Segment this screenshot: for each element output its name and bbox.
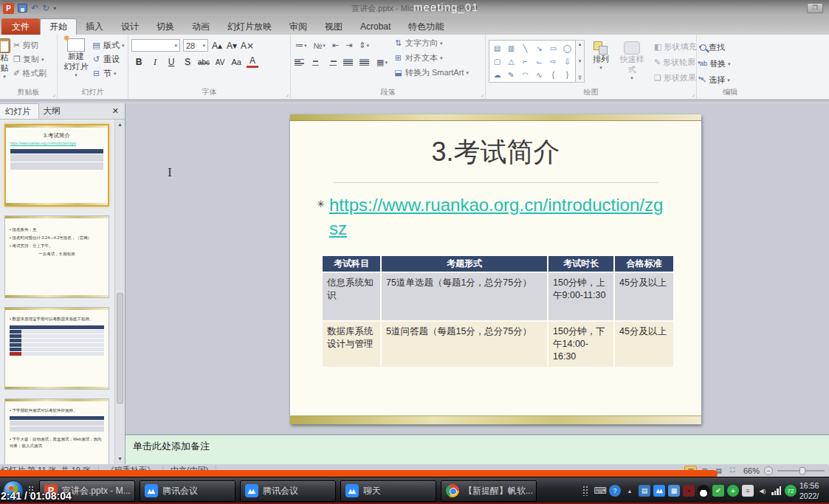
justify-icon[interactable] xyxy=(343,58,354,67)
shape-icon[interactable]: ⇨ xyxy=(550,58,556,66)
calendar-tray-icon[interactable]: ▦ xyxy=(668,485,680,497)
align-center-icon[interactable] xyxy=(310,58,321,67)
underline-button[interactable]: U xyxy=(165,56,177,68)
powerpoint-app-icon[interactable]: P xyxy=(3,3,14,14)
text-direction-button[interactable]: ⇅文字方向▾ xyxy=(393,37,469,49)
antivirus-icon[interactable]: + xyxy=(727,485,739,497)
grow-font-icon[interactable]: A▴ xyxy=(211,40,223,52)
shape-icon[interactable]: { xyxy=(552,71,554,79)
clear-formatting-icon[interactable]: A⨯ xyxy=(241,40,254,52)
text-shadow-button[interactable]: S xyxy=(182,56,193,68)
shape-icon[interactable]: ▥ xyxy=(508,44,515,52)
font-size-combo[interactable]: 28▾ xyxy=(183,39,208,52)
arrange-button[interactable]: 排列 ▾ xyxy=(588,40,614,87)
taskbar-clock[interactable]: 16:56 2022/ xyxy=(799,480,825,501)
bold-button[interactable]: B xyxy=(133,56,145,68)
quick-styles-button[interactable]: 快速样式 ▾ xyxy=(614,40,650,87)
thumbnail-scrollbar[interactable]: ▲ ▼ xyxy=(114,120,125,464)
tab-outline[interactable]: 大纲 xyxy=(36,103,68,119)
shape-effects-button[interactable]: ❏形状效果▾ xyxy=(654,71,701,85)
tab-home[interactable]: 开始 xyxy=(40,18,77,35)
replace-button[interactable]: ab替换▾ xyxy=(700,57,731,71)
table-row[interactable]: 数据库系统设计与管理 5道问答题（每题15分，总分75分） 150分钟，下午14… xyxy=(322,321,673,367)
shape-icon[interactable]: ✎ xyxy=(508,71,514,79)
tab-acrobat[interactable]: Acrobat xyxy=(351,18,399,35)
shape-fill-button[interactable]: ◧形状填充▾ xyxy=(654,40,701,54)
clipboard-launcher-icon[interactable]: ⌟ xyxy=(52,91,55,97)
battery-badge[interactable]: 72 xyxy=(785,485,797,497)
thumbnail-slide-12[interactable]: • 报名条件：无 • 报名时间预估计 3.24—4.2号报名，（官网） • 考试… xyxy=(4,215,109,298)
hyperlink-line-2[interactable]: sz xyxy=(329,217,701,241)
numbering-icon[interactable]: №▾ xyxy=(312,41,327,51)
shapes-more-icon[interactable]: ⊽ xyxy=(578,75,582,81)
tab-animations[interactable]: 动画 xyxy=(183,18,219,35)
align-right-icon[interactable] xyxy=(326,58,337,67)
paste-button[interactable]: 粘贴 ▾ xyxy=(0,37,13,87)
format-painter-button[interactable]: ✐格式刷 xyxy=(13,66,47,80)
drawing-launcher-icon[interactable]: ⌟ xyxy=(692,91,695,97)
media-tray-icon[interactable]: ▤ xyxy=(639,485,650,497)
select-button[interactable]: ↖选择▾ xyxy=(700,73,731,87)
shape-icon[interactable]: ∿ xyxy=(536,71,542,79)
slide-canvas[interactable]: 3.考试简介 ✳ https://www.ruankao.org.cn/intr… xyxy=(290,114,701,424)
notes-pane[interactable]: 单击此处添加备注 xyxy=(125,434,829,464)
shapes-scroll-down-icon[interactable]: ▾ xyxy=(579,58,582,64)
zoom-out-icon[interactable]: − xyxy=(764,466,773,475)
strikethrough-button[interactable]: abc xyxy=(198,56,210,68)
shape-icon[interactable]: ⌐ xyxy=(523,58,528,66)
new-slide-button[interactable]: ✱ 新建 幻灯片 ▾ xyxy=(61,37,92,87)
tab-insert[interactable]: 插入 xyxy=(77,18,112,35)
shape-icon[interactable]: △ xyxy=(509,58,515,66)
copy-button[interactable]: ❐复制▾ xyxy=(13,52,47,66)
redo-icon[interactable]: ↻ xyxy=(42,4,49,13)
shape-icon[interactable]: ⌙ xyxy=(536,58,542,66)
show-hidden-icons[interactable]: ▴ xyxy=(624,485,636,497)
tab-slideshow[interactable]: 幻灯片放映 xyxy=(219,18,281,35)
paragraph-launcher-icon[interactable]: ⌟ xyxy=(481,91,484,97)
notes-tray-icon[interactable]: ≡ xyxy=(742,485,754,497)
network-icon[interactable] xyxy=(771,486,782,495)
tab-design[interactable]: 设计 xyxy=(112,18,148,35)
tab-special[interactable]: 特色功能 xyxy=(399,18,453,35)
shape-outline-button[interactable]: ✎形状轮廓▾ xyxy=(654,55,701,69)
slideshow-icon[interactable]: ⛶ xyxy=(726,466,739,476)
align-left-icon[interactable] xyxy=(294,58,305,67)
distribute-icon[interactable] xyxy=(359,58,370,67)
scrollbar-thumb[interactable] xyxy=(117,293,123,404)
shape-icon[interactable]: ╲ xyxy=(523,44,527,52)
close-panel-icon[interactable]: ✕ xyxy=(106,103,125,119)
layout-button[interactable]: ▤版式▾ xyxy=(92,38,125,52)
reset-button[interactable]: ↺重设 xyxy=(92,52,125,66)
decrease-indent-icon[interactable]: ⇤ xyxy=(331,40,340,51)
cut-button[interactable]: ✂剪切 xyxy=(13,38,47,52)
security-shield-icon[interactable]: ✔ xyxy=(712,485,724,497)
thumbnail-slide-13[interactable]: • 数据库原理这学期可以考数据库系统工程师。 xyxy=(4,307,109,390)
table-row[interactable]: 信息系统知识 75道单选题（每题1分，总分75分） 150分钟，上午9:00-1… xyxy=(322,272,673,321)
scroll-down-icon[interactable]: ▼ xyxy=(115,454,125,464)
keyboard-icon[interactable]: ⌨ xyxy=(594,485,606,497)
columns-icon[interactable]: ▦▾ xyxy=(375,57,389,68)
increase-indent-icon[interactable]: ⇥ xyxy=(344,40,354,51)
zoom-slider-thumb[interactable] xyxy=(799,467,805,474)
qat-dropdown-icon[interactable]: ▾ xyxy=(53,5,56,12)
font-launcher-icon[interactable]: ⌟ xyxy=(286,91,289,97)
help-tray-icon[interactable]: ? xyxy=(609,485,621,497)
tab-file[interactable]: 文件 xyxy=(1,18,40,35)
shrink-font-icon[interactable]: A▾ xyxy=(226,40,238,52)
shapes-scroll-up-icon[interactable]: ▴ xyxy=(579,41,582,47)
shape-icon[interactable]: ☁ xyxy=(494,71,501,79)
task-chrome[interactable]: 【新提醒】帆软... xyxy=(441,480,537,502)
shape-icon[interactable]: ⇩ xyxy=(564,58,570,66)
shape-icon[interactable]: ▭ xyxy=(550,44,557,52)
shape-icon[interactable]: } xyxy=(566,71,568,79)
change-case-button[interactable]: Aa xyxy=(230,56,242,68)
zoom-slider[interactable] xyxy=(777,470,825,472)
zoom-level[interactable]: 66% xyxy=(743,466,760,475)
shapes-scrollbar[interactable]: ▴ ▾ ⊽ xyxy=(576,40,585,83)
italic-button[interactable]: I xyxy=(149,56,161,68)
align-text-button[interactable]: ⊞对齐文本▾ xyxy=(393,52,469,64)
save-icon[interactable] xyxy=(18,4,27,13)
tab-slides-thumbnails[interactable]: 幻灯片 xyxy=(0,103,39,119)
section-button[interactable]: ⊟节▾ xyxy=(92,66,125,80)
shape-icon[interactable]: ↘ xyxy=(536,44,542,52)
